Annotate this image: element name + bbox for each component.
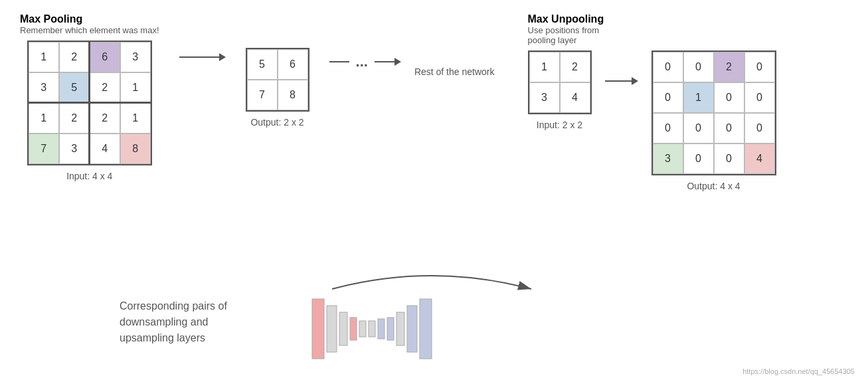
unpooling-output-cell-0: 0: [653, 52, 683, 82]
v-divider: [88, 41, 90, 165]
unpooling-output-cell-13: 0: [683, 143, 714, 174]
max-pooling-title: Max Pooling: [20, 13, 82, 25]
unpooling-input-cell-3: 4: [560, 82, 590, 113]
top-section: Max Pooling Remember which element was m…: [20, 13, 848, 262]
unpooling-input-grid: 1234: [528, 50, 592, 114]
unpooling-output-cell-4: 0: [653, 82, 683, 113]
dec-block-4: [387, 318, 394, 340]
unpooling-output-cell-1: 0: [683, 52, 714, 82]
pooling-input-cell-5: 5: [59, 72, 90, 103]
dots-line-right: [375, 61, 394, 62]
unpooling-output-cell-9: 0: [683, 113, 714, 143]
arrow2: [605, 77, 638, 85]
unpooling-output-cell-5: 1: [683, 82, 714, 113]
unpooling-input-label: Input: 2 x 2: [537, 120, 582, 130]
dec-block-2: [407, 306, 417, 352]
max-unpooling-subtitle: Use positions from pooling layer: [528, 25, 600, 45]
pooling-input-cell-14: 4: [90, 134, 120, 164]
unpooling-input-col: 1234 Input: 2 x 2: [528, 50, 592, 130]
pooling-output-cell-3: 8: [278, 80, 308, 110]
pooling-input-grid-wrapper: 1263352112217348: [27, 41, 152, 165]
unpooling-input-cell-1: 2: [560, 52, 590, 82]
pooling-input-cell-10: 2: [90, 103, 120, 134]
enc-block-2: [327, 306, 337, 352]
arrow-dots-section: ...: [329, 53, 401, 70]
main-container: Max Pooling Remember which element was m…: [0, 0, 868, 382]
bottom-text: Corresponding pairs of downsampling and …: [120, 298, 252, 346]
network-diagram: [292, 269, 571, 369]
dots-line-left: [329, 61, 349, 62]
rest-of-network-label: Rest of the network: [414, 66, 495, 77]
pooling-input-cell-12: 7: [29, 134, 59, 164]
pooling-input-cell-2: 6: [90, 42, 120, 72]
pooling-input-cell-6: 2: [90, 72, 120, 103]
unpooling-output-grid: 0020010000003004: [651, 50, 776, 175]
pooling-input-cell-8: 1: [29, 103, 59, 134]
unpooling-output-cell-2: 2: [714, 52, 744, 82]
arrow2-head: [632, 77, 638, 85]
pooling-input-cell-15: 8: [120, 134, 151, 164]
unpooling-output-cell-7: 0: [744, 82, 775, 113]
max-pooling-subtitle: Remember which element was max!: [20, 25, 159, 35]
pooling-output-grid: 5678: [246, 48, 309, 112]
pooling-input-cell-13: 3: [59, 134, 90, 164]
pooling-output-cell-1: 6: [278, 49, 308, 80]
arrow1-section: [179, 53, 226, 61]
bottom-section: Corresponding pairs of downsampling and …: [20, 276, 848, 369]
unpooling-output-label: Output: 4 x 4: [687, 181, 740, 191]
pooling-input-label: Input: 4 x 4: [66, 171, 112, 181]
pooling-input-cell-1: 2: [59, 42, 90, 72]
bottom-text-line1: Corresponding pairs of: [120, 300, 227, 312]
unpooling-output-cell-8: 0: [653, 113, 683, 143]
arrow2-section: [605, 77, 638, 85]
unpooling-output-cell-6: 0: [714, 82, 744, 113]
max-pooling-section: Max Pooling Remember which element was m…: [20, 13, 159, 181]
dec-block-1: [420, 299, 432, 359]
dots-arrow-head: [394, 58, 401, 66]
curved-arrow: [332, 276, 531, 289]
unpooling-row: 1234 Input: 2 x 2 0020010000003004 Outpu…: [528, 50, 776, 191]
arrow1-head: [219, 53, 226, 61]
watermark: https://blog.csdn.net/qq_45654305: [742, 367, 855, 375]
pooling-output-label: Output: 2 x 2: [250, 117, 304, 128]
pooling-output-cell-2: 7: [247, 80, 278, 110]
arrow1: [179, 53, 226, 61]
unpooling-output-cell-3: 0: [744, 52, 775, 82]
dec-block-3: [396, 312, 404, 345]
arrow1-line: [179, 56, 219, 58]
pooling-output-cell-0: 5: [247, 49, 278, 80]
pooling-input-cell-7: 1: [120, 72, 151, 103]
pooling-output-section: 5678 Output: 2 x 2: [246, 48, 309, 128]
pooling-input-cell-9: 2: [59, 103, 90, 134]
enc-block-3: [339, 312, 347, 345]
pooling-input-cell-4: 3: [29, 72, 59, 103]
bottom-text-line2: downsampling and: [120, 316, 208, 328]
enc-block-1: [312, 299, 324, 359]
arrow2-line: [605, 80, 632, 82]
mid-block-1: [359, 321, 366, 337]
enc-block-4: [350, 318, 357, 340]
mid-block-3: [378, 319, 385, 339]
unpooling-input-cell-0: 1: [529, 52, 560, 82]
pooling-input-cell-3: 3: [120, 42, 151, 72]
bottom-text-line3: upsampling layers: [120, 332, 205, 343]
dots: ...: [356, 53, 368, 70]
mid-block-2: [369, 321, 375, 337]
unpooling-output-cell-12: 3: [653, 143, 683, 174]
rest-label-section: Rest of the network: [414, 66, 495, 77]
unpooling-output-cell-11: 0: [744, 113, 775, 143]
unpooling-output-cell-14: 0: [714, 143, 744, 174]
pooling-input-cell-11: 1: [120, 103, 151, 134]
unpooling-input-cell-2: 3: [529, 82, 560, 113]
pooling-input-cell-0: 1: [29, 42, 59, 72]
arrow-dots: ...: [329, 53, 401, 70]
max-unpooling-section: Max Unpooling Use positions from pooling…: [528, 13, 776, 191]
max-unpooling-title: Max Unpooling: [528, 13, 604, 25]
unpooling-output-cell-10: 0: [714, 113, 744, 143]
unpooling-output-cell-15: 4: [744, 143, 775, 174]
unpooling-output-col: 0020010000003004 Output: 4 x 4: [651, 50, 776, 191]
